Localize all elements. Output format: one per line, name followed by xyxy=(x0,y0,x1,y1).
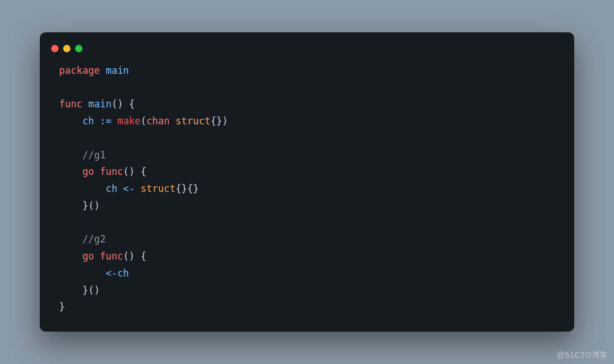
punct: }() xyxy=(82,284,100,296)
code-block: package main func main() { ch := make(ch… xyxy=(40,62,574,316)
kw-func: func xyxy=(59,98,82,110)
window-titlebar xyxy=(40,45,574,62)
indent xyxy=(59,200,82,211)
punct: {}{} xyxy=(176,183,199,194)
fn-make: make xyxy=(117,115,140,127)
op-recv: <- xyxy=(106,267,117,279)
punct: {}) xyxy=(210,115,228,127)
watermark: @51CTO博客 xyxy=(557,350,608,361)
kw-struct: struct xyxy=(176,115,210,127)
space xyxy=(170,115,176,127)
code-window: package main func main() { ch := make(ch… xyxy=(40,32,574,332)
op-assign: := xyxy=(94,115,117,127)
punct: () { xyxy=(123,250,147,262)
punct: } xyxy=(59,301,65,312)
kw-chan: chan xyxy=(147,115,170,127)
id-ch: ch xyxy=(106,183,117,194)
id-main-fn: main xyxy=(88,98,111,110)
indent xyxy=(59,267,106,279)
punct: () { xyxy=(123,166,147,177)
indent xyxy=(59,284,82,296)
id-ch: ch xyxy=(117,267,128,279)
zoom-icon xyxy=(75,45,82,52)
indent xyxy=(59,183,106,194)
comment-g1: //g1 xyxy=(82,149,106,161)
id-main: main xyxy=(106,65,129,76)
minimize-icon xyxy=(63,45,70,52)
indent xyxy=(59,166,82,177)
kw-struct: struct xyxy=(140,183,175,194)
indent xyxy=(59,115,82,127)
punct: ( xyxy=(140,115,146,127)
op-send: <- xyxy=(117,183,140,194)
kw-go-func: go func xyxy=(82,250,123,262)
indent xyxy=(59,233,82,245)
id-ch: ch xyxy=(82,115,94,127)
indent xyxy=(59,250,82,262)
punct: }() xyxy=(82,200,100,211)
comment-g2: //g2 xyxy=(82,233,106,245)
indent xyxy=(59,149,82,161)
kw-package: package xyxy=(59,65,100,76)
kw-go-func: go func xyxy=(82,166,123,177)
punct: () { xyxy=(111,98,135,110)
close-icon xyxy=(51,45,59,52)
